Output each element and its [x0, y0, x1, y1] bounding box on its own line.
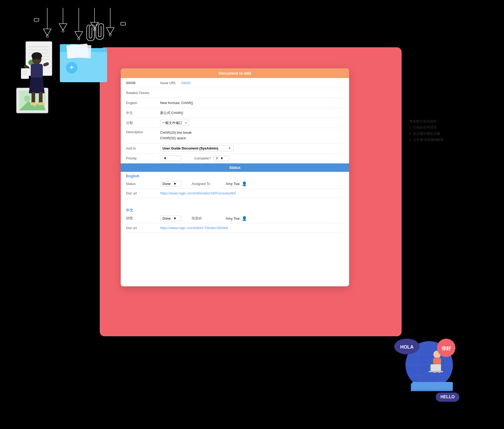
svg-marker-5	[43, 29, 51, 35]
en-doc-url-row: Doc url https://www.ragic.com/intl/en/do…	[126, 189, 344, 198]
priority-select[interactable]: ▼	[160, 156, 181, 161]
zh-assigned-label: 指派給	[192, 216, 226, 221]
card-body: 00036 Issue URL 04620 Related Tickets En…	[121, 78, 349, 233]
description-content: CHAR(10) line break CHAR(32) space	[160, 130, 344, 141]
zh-status-label: 狀態	[126, 216, 160, 221]
add-to-arrow-icon: ▼	[228, 146, 231, 150]
card-header-title: Document to add	[219, 71, 251, 75]
assigned-section: Assigned To Amy Tsai 👤	[181, 181, 344, 186]
issue-number: 00036	[126, 81, 160, 85]
spacer	[126, 198, 344, 206]
complete-arrow-icon: ▼	[220, 156, 224, 160]
svg-rect-16	[121, 22, 125, 25]
description-row: Description CHAR(10) line break CHAR(32)…	[126, 128, 344, 143]
related-tickets-row: Related Tickets	[126, 88, 344, 98]
category-value: 一般文件修訂 ▼	[160, 120, 344, 126]
chinese-row: 中文 新公式 CHAR()	[126, 108, 344, 118]
zh-doc-url-row: Doc url https://www.ragic.com/intl/zh-TW…	[126, 223, 344, 233]
side-note-item2: 2. 包含哪些重點步驟	[409, 131, 444, 137]
language-illustration: HOLA 你好 HELLO	[385, 325, 463, 405]
svg-rect-67	[429, 371, 443, 372]
svg-text:+: +	[70, 63, 74, 71]
complete-label: Complete?	[194, 156, 211, 160]
priority-arrow-icon: ▼	[164, 156, 167, 160]
category-select[interactable]: 一般文件修訂 ▼	[160, 120, 189, 126]
english-value: New formula: CHAR()	[160, 101, 344, 105]
svg-rect-47	[70, 44, 91, 58]
add-to-select[interactable]: User Guide Document (SysAdmin) ▼	[160, 145, 234, 151]
category-label: 分類	[126, 121, 160, 125]
priority-row: Priority ▼ Complete? Y ▼	[126, 153, 344, 163]
category-row: 分類 一般文件修訂 ▼	[126, 118, 344, 128]
en-status-arrow-icon: ▼	[173, 182, 177, 186]
svg-rect-66	[430, 364, 441, 371]
en-status-row: Status Done ▼ Assigned To Amy Tsai 👤	[126, 179, 344, 189]
svg-rect-25	[43, 62, 49, 67]
svg-text:HOLA: HOLA	[400, 344, 414, 350]
english-label: English	[126, 101, 160, 105]
svg-point-22	[30, 102, 36, 105]
description-line1: CHAR(10) line break	[160, 130, 344, 136]
description-line2: CHAR(32) space	[160, 136, 344, 141]
zh-doc-url-label: Doc url	[126, 226, 160, 230]
zh-assigned-section: 指派給 Amy Tsai 👤	[181, 216, 344, 221]
svg-point-23	[38, 102, 44, 105]
side-note-title: 專案模式填寫說明：	[409, 118, 444, 124]
document-card: Document to add 00036 Issue URL 04620 Re…	[121, 68, 349, 286]
add-to-row: Add to User Guide Document (SysAdmin) ▼	[126, 143, 344, 153]
svg-rect-20	[32, 92, 35, 104]
side-note: 專案模式填寫說明： 1. 功能的使用情境 2. 包含哪些重點步驟 3. 注意事項…	[409, 118, 444, 143]
issue-row: 00036 Issue URL 04620	[126, 78, 344, 88]
zh-doc-url-value[interactable]: https://www.ragic.com/intl/zh-TW/doc/26/…	[160, 226, 228, 230]
chinese-section-title: 中文	[126, 206, 344, 214]
category-arrow-icon: ▼	[185, 121, 187, 125]
zh-person-icon: 👤	[242, 216, 247, 221]
zh-status-select[interactable]: Done ▼	[160, 216, 181, 221]
svg-marker-6	[59, 24, 67, 30]
chinese-value: 新公式 CHAR()	[160, 111, 344, 115]
en-doc-url-value[interactable]: https://www.ragic.com/intl/en/doc/18/For…	[160, 191, 236, 195]
side-note-item3: 3. 注意事項或邏輯解釋	[409, 137, 444, 143]
en-doc-url-label: Doc url	[126, 191, 160, 195]
zh-assigned-value: Amy Tsai	[226, 216, 240, 220]
svg-marker-19	[29, 77, 45, 93]
svg-rect-15	[34, 18, 39, 21]
zh-status-arrow-icon: ▼	[173, 216, 177, 220]
svg-point-31	[32, 52, 42, 60]
folder-illustration: +	[57, 39, 115, 91]
issue-url-value[interactable]: 04620	[181, 81, 191, 85]
person-icon: 👤	[242, 181, 247, 186]
svg-point-32	[36, 59, 37, 60]
svg-text:你好: 你好	[441, 346, 451, 351]
english-row: English New formula: CHAR()	[126, 98, 344, 108]
issue-url-label: Issue URL	[160, 81, 181, 85]
chinese-label: 中文	[126, 111, 160, 115]
add-to-label: Add to	[126, 146, 160, 150]
zh-status-row: 狀態 Done ▼ 指派給 Amy Tsai 👤	[126, 214, 344, 223]
description-label: Description	[126, 130, 160, 141]
en-status-select[interactable]: Done ▼	[160, 181, 181, 187]
svg-rect-26	[21, 68, 29, 79]
assigned-to-value: Amy Tsai	[226, 182, 240, 186]
priority-label: Priority	[126, 156, 160, 160]
svg-text:HELLO: HELLO	[440, 395, 455, 399]
complete-select[interactable]: Y ▼	[213, 156, 229, 161]
svg-rect-61	[412, 382, 453, 389]
en-status-label: Status	[126, 182, 160, 186]
svg-rect-21	[39, 92, 43, 104]
person-illustration	[12, 35, 64, 109]
status-section-header: Status	[121, 163, 349, 172]
english-section-title: English	[126, 172, 344, 179]
side-note-item1: 1. 功能的使用情境	[409, 124, 444, 130]
assigned-to-label: Assigned To	[192, 182, 226, 186]
card-header: Document to add	[121, 68, 349, 78]
related-tickets-label: Related Tickets	[126, 91, 160, 95]
